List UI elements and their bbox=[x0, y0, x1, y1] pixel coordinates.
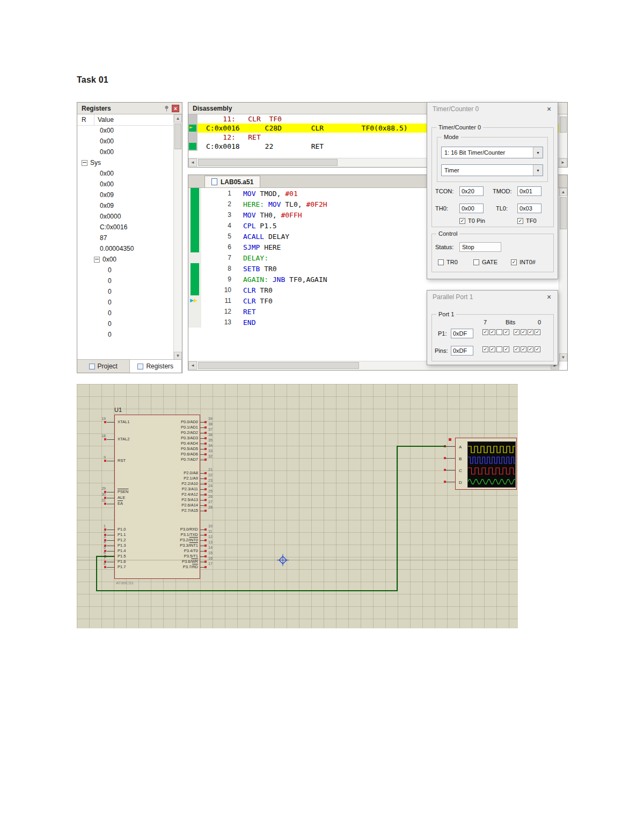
register-row[interactable]: 0 bbox=[77, 286, 174, 297]
close-icon[interactable]: × bbox=[545, 293, 553, 301]
checkbox[interactable]: ✓ bbox=[517, 218, 523, 224]
pin-stub bbox=[200, 551, 204, 552]
pin-terminal bbox=[204, 421, 207, 423]
register-row[interactable]: 87 bbox=[77, 233, 174, 243]
bit-checkbox[interactable]: ✓ bbox=[503, 329, 509, 335]
p1-input[interactable] bbox=[451, 329, 473, 338]
bit-checkbox[interactable]: ✓ bbox=[528, 346, 533, 352]
timer-counter-select-value: Timer bbox=[444, 167, 459, 173]
tree-expander-icon[interactable] bbox=[94, 257, 100, 263]
register-row[interactable]: 0 bbox=[77, 329, 174, 340]
bit-checkbox[interactable]: ✓ bbox=[528, 329, 533, 335]
register-row[interactable]: 0 bbox=[77, 265, 174, 275]
line-number: 4 bbox=[201, 222, 236, 229]
scroll-up-icon[interactable]: ▲ bbox=[559, 188, 567, 196]
register-row[interactable]: Sys bbox=[77, 157, 174, 168]
chevron-down-icon[interactable]: ▼ bbox=[533, 147, 543, 158]
bit-checkbox[interactable] bbox=[496, 346, 502, 352]
line-number: 2 bbox=[201, 200, 236, 208]
pin-label: P2.2/A10 bbox=[181, 482, 198, 486]
registers-vertical-scrollbar[interactable]: ▲ ▼ bbox=[173, 114, 182, 360]
pin-stub bbox=[200, 484, 204, 484]
tab-project[interactable]: Project bbox=[77, 360, 130, 373]
th0-input[interactable] bbox=[459, 204, 484, 213]
checkbox[interactable] bbox=[438, 259, 444, 265]
disassembly-vertical-scrollbar[interactable] bbox=[559, 114, 567, 158]
bit-checkbox[interactable] bbox=[496, 329, 502, 335]
checkbox[interactable] bbox=[473, 259, 479, 265]
parallel-port-dialog: Parallel Port 1 × Port 1 7 Bits 0 P1: ✓✓… bbox=[427, 290, 558, 365]
chevron-down-icon[interactable]: ▼ bbox=[533, 165, 543, 176]
checkbox[interactable]: ✓ bbox=[459, 218, 465, 224]
bit-checkbox[interactable]: ✓ bbox=[521, 329, 526, 335]
editor-tab[interactable]: LAB05.a51 bbox=[204, 176, 260, 187]
scroll-left-icon[interactable]: ◄ bbox=[188, 361, 197, 369]
scroll-down-icon[interactable]: ▼ bbox=[174, 352, 182, 360]
register-row[interactable]: 0 bbox=[77, 297, 174, 308]
dock-pin-icon[interactable] bbox=[163, 105, 170, 112]
register-row[interactable]: 0x00 bbox=[77, 136, 174, 147]
scroll-down-icon[interactable]: ▼ bbox=[559, 353, 567, 361]
scrollbar-thumb[interactable] bbox=[198, 362, 359, 369]
tree-expander-icon[interactable] bbox=[82, 160, 87, 166]
register-row[interactable]: 0x00 bbox=[77, 254, 174, 265]
register-row[interactable]: 0x09 bbox=[77, 190, 174, 200]
tcon-label: TCON: bbox=[435, 188, 453, 194]
editor-vertical-scrollbar[interactable]: ▲ ▼ bbox=[559, 188, 567, 361]
bit-checkbox[interactable]: ✓ bbox=[482, 346, 488, 352]
register-row[interactable]: 0x00 bbox=[77, 179, 174, 190]
register-row[interactable]: 0 bbox=[77, 318, 174, 329]
code-text: ACALL DELAY bbox=[236, 233, 289, 241]
tl0-input[interactable] bbox=[517, 204, 541, 213]
bit-checkbox[interactable]: ✓ bbox=[535, 329, 540, 335]
register-row[interactable]: 0x00 bbox=[77, 147, 174, 157]
pin-terminal bbox=[204, 561, 207, 563]
scrollbar-thumb[interactable] bbox=[174, 124, 181, 149]
mode-select[interactable]: 1: 16 Bit Timer/Counter ▼ bbox=[441, 147, 543, 158]
register-row[interactable]: 0x00 bbox=[77, 168, 174, 179]
bit-checkbox[interactable]: ✓ bbox=[489, 329, 495, 335]
scroll-up-icon[interactable]: ▲ bbox=[174, 114, 182, 122]
register-row[interactable]: 0x09 bbox=[77, 200, 174, 211]
scroll-left-icon[interactable]: ◄ bbox=[188, 158, 197, 166]
register-row[interactable]: C:0x0016 bbox=[77, 222, 174, 233]
bit-checkbox[interactable]: ✓ bbox=[489, 346, 495, 352]
port-dialog-titlebar[interactable]: Parallel Port 1 × bbox=[427, 291, 558, 303]
tf0-checkbox-row[interactable]: ✓TF0 bbox=[517, 217, 537, 224]
tmod-input[interactable] bbox=[517, 186, 541, 196]
registers-titlebar[interactable]: Registers × bbox=[77, 103, 182, 114]
int0-checkbox-row[interactable]: ✓INT0# bbox=[511, 259, 536, 265]
wire-junction-marker bbox=[449, 438, 451, 441]
gate-checkbox-row[interactable]: GATE bbox=[473, 259, 497, 265]
bit-checkbox[interactable]: ✓ bbox=[521, 346, 526, 352]
bit-checkbox[interactable]: ✓ bbox=[503, 346, 509, 352]
scroll-right-icon[interactable]: ► bbox=[559, 158, 567, 166]
scrollbar-thumb[interactable] bbox=[198, 159, 338, 166]
bit-checkbox[interactable]: ✓ bbox=[514, 346, 519, 352]
t0pin-checkbox-row[interactable]: ✓T0 Pin bbox=[459, 217, 485, 224]
close-icon[interactable]: × bbox=[545, 105, 553, 113]
bit-checkbox[interactable]: ✓ bbox=[535, 346, 540, 352]
bit-checkbox[interactable]: ✓ bbox=[514, 329, 519, 335]
column-header-value[interactable]: Value bbox=[94, 114, 114, 125]
status-label: Status: bbox=[435, 244, 453, 250]
timer-counter-select[interactable]: Timer ▼ bbox=[441, 164, 543, 176]
register-row[interactable]: 0x00 bbox=[77, 125, 174, 136]
tr0-checkbox-row[interactable]: TR0 bbox=[438, 259, 458, 265]
bit-checkbox[interactable]: ✓ bbox=[482, 329, 488, 335]
register-row[interactable]: 0 bbox=[77, 275, 174, 286]
close-icon[interactable]: × bbox=[172, 105, 179, 112]
tab-registers[interactable]: Registers bbox=[130, 360, 182, 373]
tcon-input[interactable] bbox=[459, 186, 484, 196]
checkbox[interactable]: ✓ bbox=[511, 259, 517, 265]
column-header-r[interactable]: R bbox=[77, 114, 94, 125]
scrollbar-thumb[interactable] bbox=[560, 197, 567, 229]
pin-terminal bbox=[204, 534, 207, 536]
register-row[interactable]: 0 bbox=[77, 308, 174, 318]
pins-input[interactable] bbox=[451, 346, 473, 356]
register-row[interactable]: 0x0000 bbox=[77, 211, 174, 222]
scrollbar-thumb[interactable] bbox=[560, 117, 567, 133]
register-row[interactable]: 0.00004350 bbox=[77, 243, 174, 254]
pin-label: XTAL1 bbox=[118, 420, 129, 424]
timer-dialog-titlebar[interactable]: Timer/Counter 0 × bbox=[427, 103, 558, 115]
